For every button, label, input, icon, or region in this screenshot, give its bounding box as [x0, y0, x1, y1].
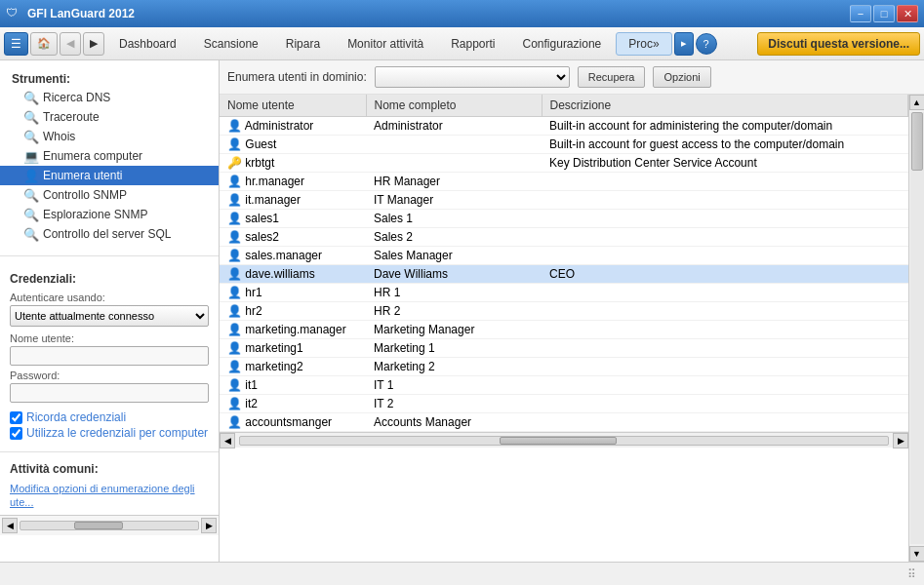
app-menu-button[interactable]: ☰	[4, 32, 28, 56]
domain-select[interactable]	[375, 66, 570, 88]
sidebar-scroll-track[interactable]	[20, 521, 199, 530]
discuss-button[interactable]: Discuti questa versione...	[757, 32, 920, 56]
user-normal-icon: 👤	[227, 267, 242, 281]
enum-computer-icon: 💻	[23, 148, 39, 164]
sidebar-item-enum-users[interactable]: 👤 Enumera utenti	[0, 166, 219, 185]
user-normal-icon: 👤	[227, 415, 242, 429]
cell-username: 👤 it.manager	[220, 191, 366, 210]
table-row[interactable]: 👤 accountsmanger Accounts Manager	[220, 413, 908, 432]
cell-fullname: Accounts Manager	[366, 413, 542, 432]
cell-fullname: Marketing 2	[366, 358, 542, 376]
table-row[interactable]: 👤 marketing2 Marketing 2	[220, 358, 908, 376]
activities-title: Attività comuni:	[10, 462, 209, 476]
remember-creds-check[interactable]: Ricorda credenziali	[10, 410, 209, 424]
user-normal-icon: 👤	[227, 119, 242, 133]
tab-dashboard[interactable]: Dashboard	[106, 32, 189, 56]
tab-ripara[interactable]: Ripara	[273, 32, 333, 56]
content-area: Enumera utenti in dominio: Recupera Opzi…	[220, 60, 924, 562]
user-normal-icon: 👤	[227, 249, 242, 262]
vscroll-track[interactable]	[910, 112, 924, 544]
scroll-right-arrow[interactable]: ▶	[893, 433, 908, 448]
scroll-left-arrow[interactable]: ◀	[220, 433, 235, 448]
tab-proc[interactable]: Proc»	[616, 32, 671, 56]
options-button[interactable]: Opzioni	[653, 66, 710, 88]
sidebar-item-snmp-explore[interactable]: 🔍 Esplorazione SNMP	[0, 205, 219, 224]
table-row[interactable]: 👤 dave.williams Dave Williams CEO	[220, 265, 908, 284]
table-row[interactable]: 👤 hr1 HR 1	[220, 284, 908, 302]
tools-section-title: Strumenti:	[0, 68, 219, 88]
sidebar-scroll-right[interactable]: ▶	[201, 518, 217, 533]
cell-fullname: Sales 2	[366, 228, 542, 247]
home-button[interactable]: 🏠	[30, 32, 58, 56]
sidebar-item-sql-ctrl[interactable]: 🔍 Controllo del server SQL	[0, 224, 219, 244]
vscroll-up-arrow[interactable]: ▲	[909, 95, 925, 110]
sidebar-item-traceroute[interactable]: 🔍 Traceroute	[0, 107, 219, 127]
resize-grip[interactable]: ⠿	[907, 567, 916, 581]
sidebar-item-dns[interactable]: 🔍 Ricerca DNS	[0, 88, 219, 107]
vscroll-down-arrow[interactable]: ▼	[909, 546, 925, 562]
table-row[interactable]: 👤 hr2 HR 2	[220, 302, 908, 321]
menu-bar: ☰ 🏠 ◀ ▶ Dashboard Scansione Ripara Monit…	[0, 27, 924, 60]
sidebar-item-enum-computer[interactable]: 💻 Enumera computer	[0, 146, 219, 166]
remember-creds-checkbox[interactable]	[10, 411, 22, 424]
table-row[interactable]: 👤 Guest Built-in account for guest acces…	[220, 136, 908, 154]
cell-description: Key Distribution Center Service Account	[542, 154, 908, 173]
table-row[interactable]: 👤 sales2 Sales 2	[220, 228, 908, 247]
credentials-section: Credenziali: Autenticare usando: Utente …	[0, 264, 219, 448]
cell-username: 👤 sales.manager	[220, 247, 366, 265]
help-button[interactable]: ?	[696, 33, 717, 55]
user-normal-icon: 👤	[227, 230, 242, 244]
cell-description	[542, 228, 908, 247]
auth-select[interactable]: Utente attualmente connesso	[10, 305, 209, 327]
username-input[interactable]	[10, 346, 209, 366]
sidebar-hscrollbar: ◀ ▶	[0, 515, 219, 535]
close-button[interactable]: ✕	[897, 5, 918, 22]
cell-description	[542, 302, 908, 321]
tab-configurazione[interactable]: Configurazione	[510, 32, 615, 56]
tab-scansione[interactable]: Scansione	[191, 32, 271, 56]
cell-fullname: Sales 1	[366, 210, 542, 228]
snmp-ctrl-icon: 🔍	[23, 187, 39, 203]
table-row[interactable]: 👤 it.manager IT Manager	[220, 191, 908, 210]
col-header-fullname[interactable]: Nome completo	[366, 95, 542, 117]
sidebar-item-whois-label: Whois	[43, 130, 75, 143]
back-button[interactable]: ◀	[60, 32, 81, 56]
activity-link[interactable]: Modifica opzioni di enumerazione degli u…	[10, 483, 195, 508]
sidebar-scroll-left[interactable]: ◀	[2, 518, 18, 533]
minimize-button[interactable]: −	[850, 5, 871, 22]
cell-username: 👤 dave.williams	[220, 265, 366, 284]
table-row[interactable]: 👤 marketing1 Marketing 1	[220, 339, 908, 358]
table-row[interactable]: 🔑 krbtgt Key Distribution Center Service…	[220, 154, 908, 173]
cell-fullname: HR 2	[366, 302, 542, 321]
app-menu-icon: ☰	[11, 37, 21, 51]
sidebar-item-whois[interactable]: 🔍 Whois	[0, 127, 219, 146]
user-normal-icon: 👤	[227, 323, 242, 336]
tab-monitor[interactable]: Monitor attività	[335, 32, 436, 56]
col-header-username[interactable]: Nome utente	[220, 95, 366, 117]
forward-button[interactable]: ▶	[83, 32, 104, 56]
use-computer-creds-checkbox[interactable]	[10, 427, 22, 440]
tab-rapporti[interactable]: Rapporti	[438, 32, 507, 56]
recover-button[interactable]: Recupera	[578, 66, 646, 88]
table-row[interactable]: 👤 hr.manager HR Manager	[220, 173, 908, 191]
sidebar-item-traceroute-label: Traceroute	[43, 110, 100, 124]
table-row[interactable]: 👤 sales.manager Sales Manager	[220, 247, 908, 265]
password-input[interactable]	[10, 383, 209, 403]
overflow-button[interactable]: ▸	[674, 32, 694, 56]
maximize-button[interactable]: □	[873, 5, 895, 22]
table-row[interactable]: 👤 it1 IT 1	[220, 376, 908, 395]
cell-fullname: Sales Manager	[366, 247, 542, 265]
table-row[interactable]: 👤 Administrator Administrator Built-in a…	[220, 117, 908, 136]
table-row[interactable]: 👤 it2 IT 2	[220, 395, 908, 413]
sidebar-item-snmp-ctrl[interactable]: 🔍 Controllo SNMP	[0, 185, 219, 205]
table-row[interactable]: 👤 marketing.manager Marketing Manager	[220, 321, 908, 339]
cell-description	[542, 339, 908, 358]
use-computer-creds-check[interactable]: Utilizza le credenziali per computer	[10, 426, 209, 440]
auth-label: Autenticare usando:	[10, 292, 209, 303]
table-row[interactable]: 👤 sales1 Sales 1	[220, 210, 908, 228]
col-header-desc[interactable]: Descrizione	[542, 95, 908, 117]
cell-description	[542, 191, 908, 210]
cell-username: 👤 marketing2	[220, 358, 366, 376]
h-scrollbar-track[interactable]	[239, 436, 889, 446]
user-normal-icon: 👤	[227, 397, 242, 410]
